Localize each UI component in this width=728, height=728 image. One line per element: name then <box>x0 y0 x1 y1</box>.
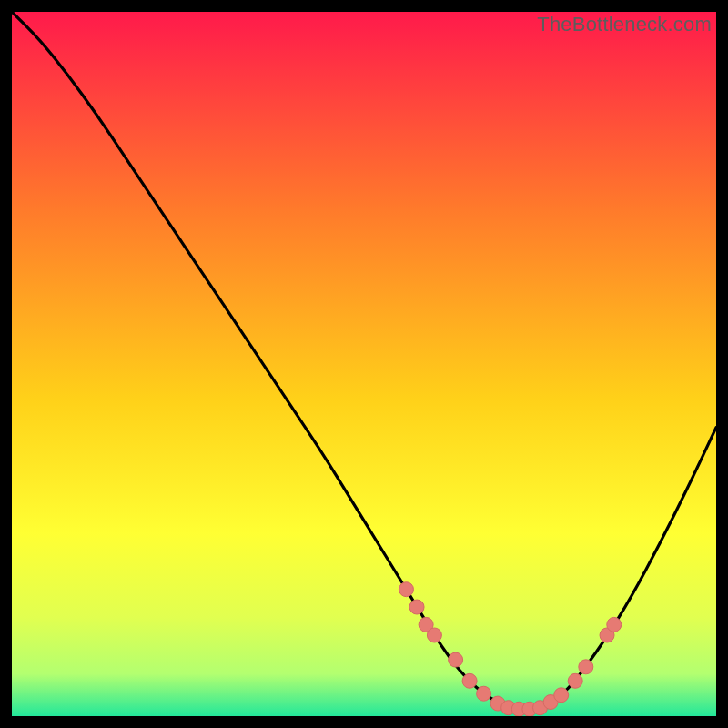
chart-plot-area <box>12 12 716 716</box>
data-marker <box>449 652 463 667</box>
data-marker <box>410 600 424 614</box>
data-marker <box>579 660 593 674</box>
data-marker <box>477 686 491 701</box>
data-marker <box>427 628 441 642</box>
chart-svg <box>12 12 716 716</box>
data-marker <box>399 582 413 597</box>
data-marker <box>607 617 622 632</box>
data-marker <box>462 673 477 688</box>
data-marker <box>568 673 582 688</box>
gradient-background <box>12 12 716 716</box>
data-marker <box>554 688 569 703</box>
